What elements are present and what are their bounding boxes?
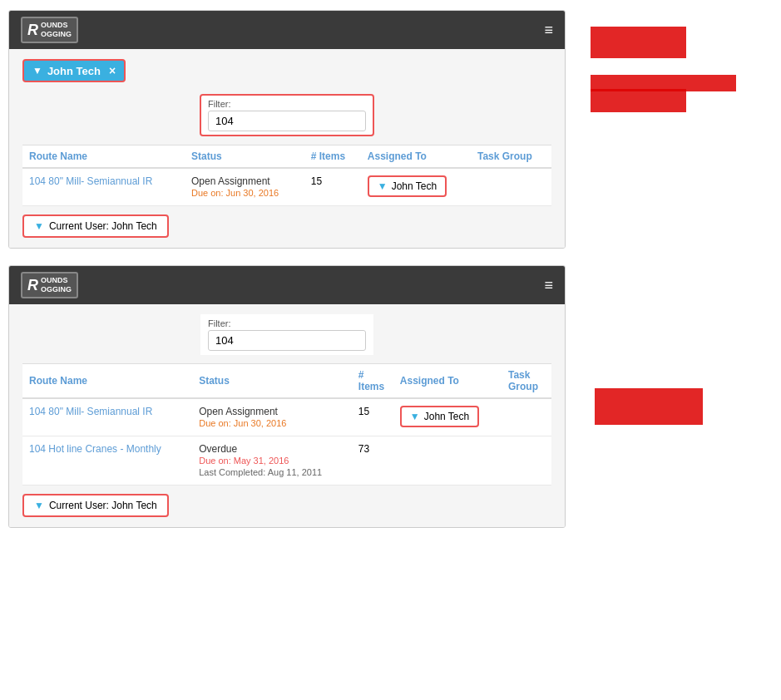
bottom-logo-text-block: OUNDS OGGING (41, 276, 72, 294)
current-user-label: Current User: John Tech (49, 220, 157, 232)
bottom-assigned-button-1[interactable]: ▼ John Tech (400, 406, 479, 427)
bottom-cell-route-name-2: 104 Hot line Cranes - Monthly (22, 436, 192, 486)
bottom-filter-label: Filter: (208, 318, 366, 328)
hamburger-icon[interactable]: ≡ (544, 22, 553, 39)
bottom-col-assigned-to: Assigned To (393, 364, 502, 399)
bottom-cell-assigned-1: ▼ John Tech (393, 398, 502, 436)
cell-assigned-to: ▼ John Tech (361, 168, 471, 206)
bottom-table-row-2: 104 Hot line Cranes - Monthly Overdue Du… (22, 436, 551, 486)
bottom-assigned-funnel-icon-1: ▼ (410, 411, 420, 422)
current-user-funnel-icon: ▼ (34, 220, 44, 232)
chip-label: John Tech (47, 65, 101, 77)
table-header-row: Route Name Status # Items Assigned To Ta… (22, 145, 551, 169)
logo-text-block: OUNDS OGGING (41, 21, 72, 39)
cell-status: Open Assignment Due on: Jun 30, 2016 (185, 168, 304, 206)
bottom-logo-text-line1: OUNDS (41, 276, 72, 285)
bottom-route-link-2[interactable]: 104 Hot line Cranes - Monthly (29, 443, 161, 455)
logo-box: R OUNDS OGGING (21, 17, 78, 43)
bottom-filter-area: Filter: (22, 314, 551, 355)
cell-route-name: 104 80" Mill- Semiannual IR (22, 168, 185, 206)
bottom-panel-body: Filter: Route Name Status # Items Assign… (9, 304, 565, 527)
col-items: # Items (304, 145, 361, 169)
bottom-hamburger-icon[interactable]: ≡ (544, 277, 553, 294)
route-name-link[interactable]: 104 80" Mill- Semiannual IR (29, 175, 152, 187)
logo-text-line2: OGGING (41, 30, 72, 39)
bottom-cell-route-name-1: 104 80" Mill- Semiannual IR (22, 398, 192, 436)
assigned-to-label: John Tech (392, 180, 437, 192)
routes-table-top: Route Name Status # Items Assigned To Ta… (22, 145, 551, 206)
table-row: 104 80" Mill- Semiannual IR Open Assignm… (22, 168, 551, 206)
bottom-cell-task-group-1 (502, 398, 551, 436)
due-date-text: Due on: Jun 30, 2016 (191, 188, 279, 198)
col-assigned-to: Assigned To (361, 145, 471, 169)
bottom-due-date-2: Due on: May 31, 2016 (199, 456, 289, 466)
status-text: Open Assignment (191, 175, 270, 187)
bottom-logo: R OUNDS OGGING (21, 272, 78, 298)
bottom-cell-items-1: 15 (352, 398, 393, 436)
col-route-name: Route Name (22, 145, 185, 169)
cell-task-group (471, 168, 551, 206)
bottom-col-status: Status (192, 364, 352, 399)
filter-area: Filter: (22, 94, 551, 136)
chip-funnel-icon: ▼ (32, 65, 42, 76)
top-navbar: R OUNDS OGGING ≡ (9, 11, 565, 49)
bottom-col-items: # Items (352, 364, 393, 399)
bottom-navbar: R OUNDS OGGING ≡ (9, 266, 565, 304)
bottom-status-text-1: Open Assignment (199, 406, 278, 417)
routes-table-bottom: Route Name Status # Items Assigned To Ta… (22, 363, 551, 486)
bottom-table-row-1: 104 80" Mill- Semiannual IR Open Assignm… (22, 398, 551, 436)
logo-text-line1: OUNDS (41, 21, 72, 30)
bottom-filter-input[interactable] (208, 330, 366, 351)
bottom-assigned-label-1: John Tech (424, 411, 470, 422)
top-panel-body: ▼ John Tech × Filter: Route Name Status … (9, 49, 565, 248)
logo: R OUNDS OGGING (21, 17, 78, 43)
bottom-filter-container: Filter: (200, 314, 373, 355)
col-status: Status (185, 145, 304, 169)
bottom-col-task-group: Task Group (502, 364, 551, 399)
bottom-status-text-2: Overdue (199, 443, 237, 455)
filter-container: Filter: (200, 94, 374, 136)
col-task-group: Task Group (471, 145, 551, 169)
chip-close-button[interactable]: × (109, 64, 116, 77)
bottom-current-user-label: Current User: John Tech (49, 500, 157, 511)
bottom-current-user-button[interactable]: ▼ Current User: John Tech (22, 494, 169, 517)
bottom-route-link-1[interactable]: 104 80" Mill- Semiannual IR (29, 406, 152, 417)
bottom-logo-box: R OUNDS OGGING (21, 272, 78, 298)
bottom-cell-task-group-2 (502, 436, 551, 486)
bottom-cell-assigned-2 (393, 436, 502, 486)
filter-chip[interactable]: ▼ John Tech × (22, 59, 126, 82)
bottom-cell-status-2: Overdue Due on: May 31, 2016 Last Comple… (192, 436, 352, 486)
bottom-cell-items-2: 73 (352, 436, 393, 486)
logo-r-letter: R (27, 22, 38, 39)
bottom-logo-text-line2: OGGING (41, 285, 72, 294)
cell-items: 15 (304, 168, 361, 206)
assigned-to-button[interactable]: ▼ John Tech (368, 175, 447, 197)
bottom-logo-r: R (27, 277, 38, 294)
filter-input[interactable] (208, 111, 366, 131)
bottom-col-route-name: Route Name (22, 364, 192, 399)
filter-label: Filter: (208, 99, 366, 109)
bottom-cell-status-1: Open Assignment Due on: Jun 30, 2016 (192, 398, 352, 436)
current-user-button[interactable]: ▼ Current User: John Tech (22, 214, 169, 238)
bottom-due-date-1: Due on: Jun 30, 2016 (199, 418, 286, 428)
bottom-current-user-funnel-icon: ▼ (34, 500, 44, 511)
bottom-table-header-row: Route Name Status # Items Assigned To Ta… (22, 364, 551, 399)
bottom-last-completed-2: Last Completed: Aug 11, 2011 (199, 467, 322, 477)
assigned-funnel-icon: ▼ (378, 180, 388, 192)
